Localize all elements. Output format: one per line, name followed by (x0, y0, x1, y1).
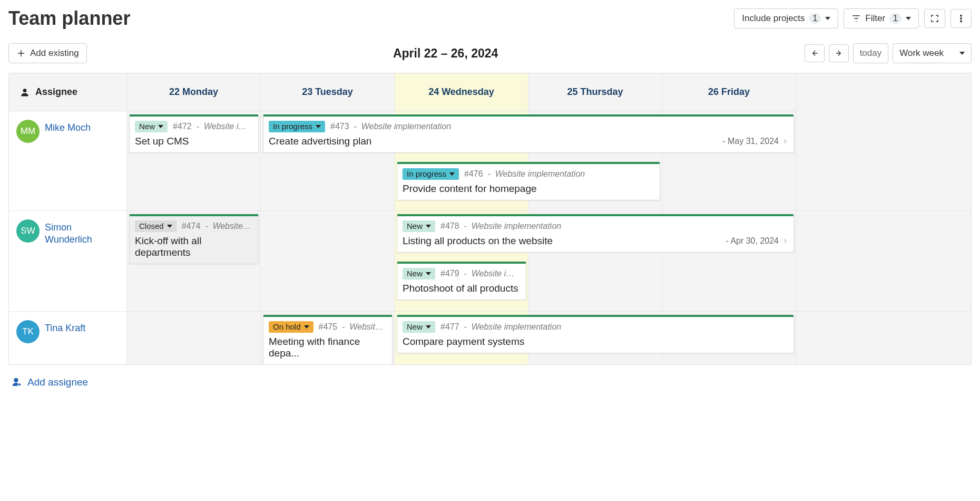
chevron-down-icon (426, 272, 431, 275)
filter-dropdown[interactable]: Filter 1 (844, 8, 919, 28)
assignee-lane[interactable]: Closed #474 - Website i...Kick-off with … (127, 211, 971, 311)
work-package-card[interactable]: In progress #473 - Website implementatio… (263, 114, 794, 153)
svg-point-4 (14, 379, 18, 382)
lane-day-cell[interactable] (261, 211, 395, 311)
card-title: Set up CMS (135, 136, 189, 147)
prev-period-button[interactable] (805, 44, 825, 62)
filter-icon (851, 14, 861, 23)
chevron-down-icon (316, 125, 321, 128)
plus-icon (16, 49, 26, 58)
person-icon (19, 87, 30, 98)
chevron-right-icon (782, 238, 788, 244)
avatar: SW (16, 219, 40, 243)
assignee-name: Mike Moch (45, 120, 91, 134)
today-label: today (860, 48, 882, 59)
column-header-day[interactable]: 24 Wednesday (395, 73, 528, 111)
assignee-name: Simon Wunderlich (45, 219, 119, 245)
avatar: MM (16, 120, 40, 143)
status-badge[interactable]: In progress (269, 121, 325, 132)
column-header-day[interactable]: 26 Friday (662, 73, 796, 111)
add-existing-button[interactable]: Add existing (8, 43, 87, 63)
assignee-row: MMMike MochNew #472 - Website impl...Set… (9, 111, 971, 211)
today-button[interactable]: today (853, 43, 889, 63)
assignee-row: SWSimon WunderlichClosed #474 - Website … (9, 211, 971, 312)
column-header-day[interactable]: 22 Monday (127, 73, 261, 111)
card-reference: #479 - Website impl... (440, 269, 521, 278)
status-badge[interactable]: In progress (403, 168, 459, 180)
include-projects-dropdown[interactable]: Include projects 1 (734, 8, 838, 28)
column-header-day[interactable]: 25 Thursday (528, 73, 662, 111)
svg-point-1 (961, 18, 962, 19)
chevron-right-icon (782, 138, 788, 144)
card-title: Meeting with finance depa... (269, 336, 387, 359)
fullscreen-button[interactable] (924, 9, 945, 28)
chevron-down-icon (906, 17, 911, 20)
lane-day-cell[interactable] (127, 312, 261, 364)
work-package-card[interactable]: New #477 - Website implementationCompare… (397, 315, 794, 353)
card-title: Kick-off with all departments (135, 235, 253, 258)
arrow-right-icon (835, 49, 843, 57)
chevron-down-icon (426, 325, 431, 329)
chevron-down-icon (449, 172, 455, 176)
card-reference: #473 - Website implementation (330, 122, 451, 131)
card-title: Photoshoot of all products (403, 283, 518, 294)
chevron-down-icon (158, 125, 163, 128)
work-package-card[interactable]: Closed #474 - Website i...Kick-off with … (129, 214, 259, 264)
card-title: Provide content for homepage (403, 183, 537, 195)
status-badge[interactable]: On hold (269, 321, 313, 333)
assignee-header-label: Assignee (35, 86, 77, 98)
avatar: TK (16, 320, 40, 343)
status-badge[interactable]: New (403, 321, 435, 333)
kebab-menu-button[interactable] (950, 9, 972, 28)
assignee-name: Tina Kraft (45, 320, 85, 334)
svg-point-2 (961, 21, 962, 22)
card-title: Compare payment systems (403, 336, 524, 348)
assignee-lane[interactable]: New #472 - Website impl...Set up CMSIn p… (127, 111, 971, 210)
work-package-card[interactable]: In progress #476 - Website implementatio… (397, 162, 660, 200)
card-title: Listing all products on the website (403, 235, 553, 247)
work-package-card[interactable]: New #478 - Website implementationListing… (397, 214, 794, 253)
card-reference: #472 - Website impl... (173, 122, 253, 131)
add-assignee-label: Add assignee (27, 377, 88, 388)
card-extends-indicator: - Apr 30, 2024 (726, 236, 788, 246)
work-package-card[interactable]: New #479 - Website impl...Photoshoot of … (397, 262, 526, 300)
card-title: Create advertising plan (269, 136, 371, 147)
chevron-down-icon (426, 225, 431, 228)
card-reference: #475 - Website i... (319, 322, 387, 332)
view-mode-dropdown[interactable]: Work week (893, 43, 972, 63)
include-projects-label: Include projects (742, 13, 805, 24)
add-assignee-button[interactable]: Add assignee (8, 377, 88, 388)
card-reference: #478 - Website implementation (440, 221, 561, 231)
add-user-icon (12, 377, 22, 388)
page-title: Team planner (8, 7, 734, 30)
column-header-day[interactable]: 23 Tuesday (261, 73, 395, 111)
svg-point-0 (961, 15, 962, 16)
planner-grid: Assignee22 Monday23 Tuesday24 Wednesday2… (8, 73, 972, 365)
next-period-button[interactable] (829, 44, 849, 62)
status-badge[interactable]: New (135, 121, 168, 132)
chevron-down-icon (959, 52, 965, 55)
work-package-card[interactable]: On hold #475 - Website i...Meeting with … (263, 315, 393, 365)
assignee-cell[interactable]: SWSimon Wunderlich (9, 211, 127, 311)
card-reference: #477 - Website implementation (440, 322, 561, 332)
date-range-label: April 22 – 26, 2024 (87, 46, 805, 61)
status-badge[interactable]: New (403, 268, 435, 280)
svg-point-3 (23, 89, 27, 92)
assignee-cell[interactable]: TKTina Kraft (9, 312, 127, 364)
status-badge[interactable]: New (403, 220, 435, 232)
add-existing-label: Add existing (30, 48, 79, 59)
arrow-left-icon (810, 49, 819, 57)
filter-count: 1 (889, 13, 901, 24)
view-mode-label: Work week (899, 48, 944, 59)
card-reference: #474 - Website i... (182, 221, 253, 231)
assignee-lane[interactable]: On hold #475 - Website i...Meeting with … (127, 312, 971, 364)
card-reference: #476 - Website implementation (464, 169, 585, 179)
status-badge[interactable]: Closed (135, 220, 177, 232)
column-header-assignee: Assignee (9, 73, 127, 111)
work-package-card[interactable]: New #472 - Website impl...Set up CMS (129, 114, 259, 153)
assignee-cell[interactable]: MMMike Moch (9, 111, 127, 210)
chevron-down-icon (167, 225, 172, 228)
filter-label: Filter (865, 13, 885, 24)
assignee-row: TKTina KraftOn hold #475 - Website i...M… (9, 312, 971, 364)
chevron-down-icon (825, 17, 830, 20)
